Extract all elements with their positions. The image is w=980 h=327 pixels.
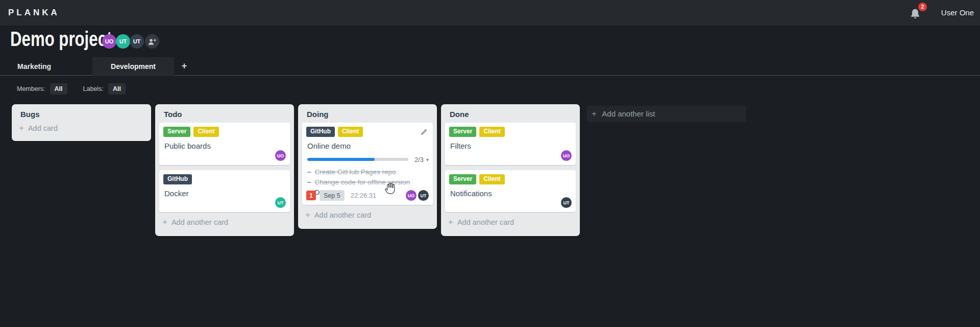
card-labels: GitHub Client [306,127,429,137]
card-badges: 1 Sep 5 22:26:31 [306,190,376,201]
labels-filter-label: Labels: [83,85,104,92]
label-chip: Server [163,127,190,137]
add-member-button[interactable] [145,34,159,49]
avatar[interactable]: UT [418,190,429,201]
card-title: Online demo [307,142,429,150]
label-chip: Client [193,127,218,137]
avatar[interactable]: UO [406,190,416,201]
tab-marketing[interactable]: Marketing [17,57,51,76]
card-notifications[interactable]: Server Client Notifications UT [445,170,576,212]
add-card-button[interactable]: + Add card [19,123,147,133]
card-labels: Server Client [449,127,572,137]
user-add-icon [148,38,157,45]
avatar[interactable]: UT [561,197,572,208]
caret-down-icon[interactable]: ▾ [426,157,429,162]
add-card-label: Add another card [314,211,371,219]
card-members: UO [561,150,572,161]
plus-icon: + [162,217,167,227]
dash-icon: – [307,168,311,176]
list-todo: Todo Server Client Public boards UO GitH… [155,104,294,236]
add-card-button[interactable]: + Add another card [162,217,290,227]
top-bar: PLANKA 2 User One [0,0,980,26]
card-title: Notifications [450,189,572,198]
user-menu[interactable]: User One [941,0,974,26]
card-docker[interactable]: GitHub Docker UT [159,170,290,212]
stopwatch-value[interactable]: 22:26:31 [351,192,377,199]
pencil-icon [420,128,428,136]
card-online-demo[interactable]: GitHub Client Online demo 2/3 ▾ –Create … [302,123,433,205]
label-chip: Client [479,127,504,137]
card-filters[interactable]: Server Client Filters UO [445,123,576,165]
progress-count: 2/3 [414,156,424,164]
label-chip: Client [338,127,363,137]
card-title: Docker [164,189,286,198]
members-filter-label: Members: [17,85,45,92]
plus-icon: + [448,217,453,227]
add-board-button[interactable]: + [178,57,190,76]
page-title: Demo project [10,28,112,51]
card-public-boards[interactable]: Server Client Public boards UO [159,123,290,165]
list-bugs: Bugs + Add card [12,104,151,141]
card-members: UO [275,150,286,161]
card-members: UT [275,197,286,208]
add-list-label: Add another list [602,109,655,118]
hand-cursor-icon [383,181,397,196]
add-card-button[interactable]: + Add another card [448,217,576,227]
list-title[interactable]: Done [450,110,576,119]
label-chip: Client [479,174,504,184]
project-members: UO UT UT [102,34,159,49]
card-labels: GitHub [163,174,286,184]
plus-icon: + [305,210,310,220]
add-card-label: Add another card [457,218,514,226]
filter-bar: Members: All Labels: All [17,83,141,95]
tasks-progress: 2/3 ▾ [307,156,429,164]
due-date-badge[interactable]: Sep 5 [320,190,345,201]
avatar[interactable]: UT [275,197,286,208]
label-chip: Server [449,127,476,137]
avatar[interactable]: UO [561,150,572,161]
plus-icon: + [592,109,597,119]
label-chip: GitHub [306,127,335,137]
card-notification-badge: 1 [306,191,316,200]
task-item: –Create GitHub Pages repo [307,167,429,177]
task-item: –Change code for offline version [307,177,429,188]
tab-development[interactable]: Development [92,57,174,76]
plus-icon: + [19,123,24,133]
label-chip: GitHub [163,174,192,184]
edit-card-button[interactable] [420,128,428,138]
avatar[interactable]: UO [275,150,286,161]
card-labels: Server Client [163,127,286,137]
card-members: UT [561,197,572,208]
list-title[interactable]: Bugs [20,110,147,119]
task-text: Create GitHub Pages repo [315,168,396,176]
avatar[interactable]: UT [130,34,144,49]
label-chip: Server [449,174,476,184]
planka-logo: PLANKA [8,0,60,26]
notifications-button[interactable]: 2 [910,6,925,21]
dash-icon: – [307,178,311,186]
list-title[interactable]: Todo [164,110,290,119]
list-title[interactable]: Doing [307,110,433,119]
card-labels: Server Client [449,174,572,184]
progress-fill [307,158,375,161]
board-tabs: Marketing Development + [0,57,980,76]
card-title: Public boards [164,142,286,150]
notification-badge: 2 [918,3,927,11]
list-doing: Doing GitHub Client Online demo 2/3 ▾ [298,104,437,229]
add-list-button[interactable]: + Add another list [587,106,746,122]
card-members: UO UT [406,190,429,201]
avatar[interactable]: UO [102,34,116,49]
members-filter-value[interactable]: All [50,83,67,95]
progress-bar [307,158,408,161]
card-title: Filters [450,142,572,150]
list-done: Done Server Client Filters UO Server Cli… [441,104,580,236]
avatar[interactable]: UT [116,34,130,49]
planka-app: PLANKA 2 User One Demo project UO UT UT … [0,0,980,327]
labels-filter-value[interactable]: All [108,83,126,95]
add-card-label: Add another card [172,218,228,226]
add-card-label: Add card [28,124,58,132]
add-card-button[interactable]: + Add another card [305,210,433,220]
